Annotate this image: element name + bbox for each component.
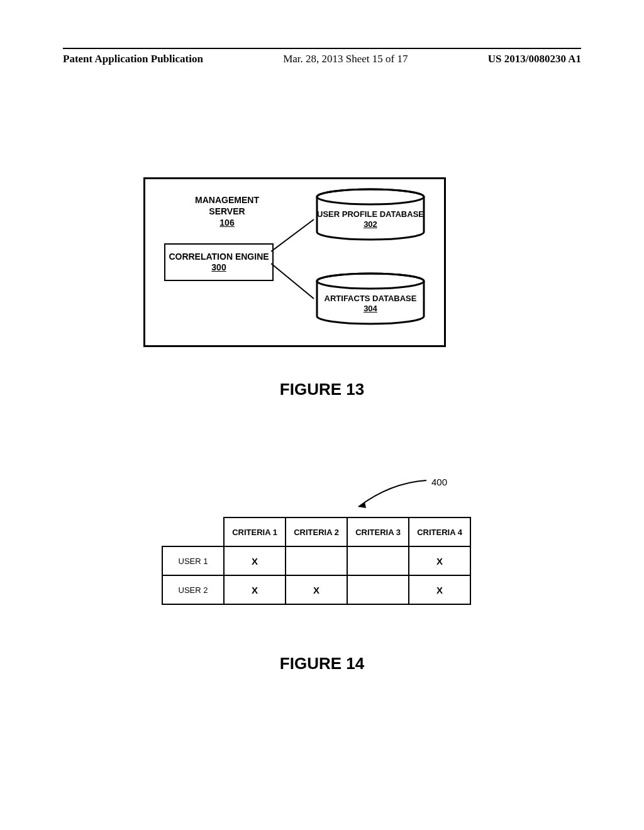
connector-line-2 [271,261,315,305]
correlation-engine-text: CORRELATION ENGINE [165,252,272,263]
header-publication: Patent Application Publication [63,53,203,65]
col-header-criteria-2: CRITERIA 2 [286,517,347,546]
svg-marker-6 [358,502,366,508]
col-header-criteria-4: CRITERIA 4 [409,517,470,546]
svg-line-0 [271,219,314,252]
row-header-user-1: USER 1 [162,546,224,575]
cell-user1-crit4: X [409,546,470,575]
svg-line-1 [271,263,314,299]
criteria-table: CRITERIA 1 CRITERIA 2 CRITERIA 3 CRITERI… [162,517,471,605]
header-rule [63,48,581,49]
table-row: USER 1 X X [162,546,470,575]
user-profile-db-text: USER PROFILE DATABASE [317,209,424,219]
user-profile-db-cylinder: USER PROFILE DATABASE 302 [314,188,427,242]
connector-line-1 [271,217,315,255]
management-server-number: 106 [219,218,234,228]
header-pub-number: US 2013/0080230 A1 [488,53,581,65]
correlation-engine-number: 300 [165,262,272,274]
cell-user1-crit2 [286,546,347,575]
page-header: Patent Application Publication Mar. 28, … [63,53,581,65]
user-profile-db-number: 302 [364,219,377,229]
table-corner-blank [162,517,224,546]
cell-user1-crit3 [347,546,409,575]
fig14-lead-label: 400 [431,477,447,487]
cell-user2-crit4: X [409,575,470,604]
correlation-engine-box: CORRELATION ENGINE 300 [164,243,274,281]
header-date-sheet: Mar. 28, 2013 Sheet 15 of 17 [203,53,488,65]
fig13-server-box: MANAGEMENT SERVER 106 CORRELATION ENGINE… [143,177,446,347]
artifacts-db-number: 304 [364,304,377,313]
table-row: USER 2 X X X [162,575,470,604]
management-server-text: MANAGEMENT SERVER [195,195,259,216]
row-header-user-2: USER 2 [162,575,224,604]
cell-user2-crit3 [347,575,409,604]
artifacts-db-text: ARTIFACTS DATABASE [325,294,417,303]
figure-13-caption: FIGURE 13 [0,380,644,399]
cell-user2-crit1: X [224,575,286,604]
management-server-label: MANAGEMENT SERVER 106 [177,194,277,229]
figure-14-caption: FIGURE 14 [0,654,644,673]
cell-user1-crit1: X [224,546,286,575]
table-header-row: CRITERIA 1 CRITERIA 2 CRITERIA 3 CRITERI… [162,517,470,546]
col-header-criteria-1: CRITERIA 1 [224,517,286,546]
artifacts-db-cylinder: ARTIFACTS DATABASE 304 [314,272,427,326]
col-header-criteria-3: CRITERIA 3 [347,517,409,546]
cell-user2-crit2: X [286,575,347,604]
fig14-lead-line [352,475,428,511]
fig14-table-wrap: CRITERIA 1 CRITERIA 2 CRITERIA 3 CRITERI… [162,517,471,605]
